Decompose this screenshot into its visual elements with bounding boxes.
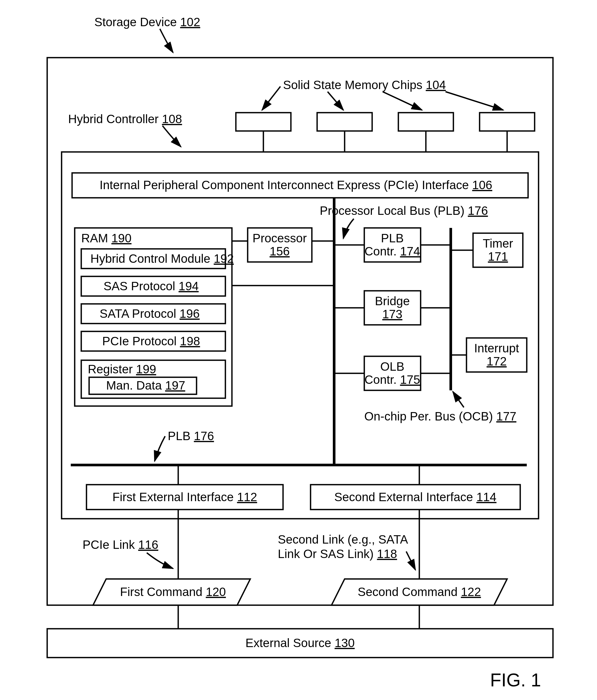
pcie-link-label: PCIe Link 116 [82,538,158,551]
second

-cmd-text: Second Command 122 [358,585,481,599]
plb-contr-text2: Contr. 174 [364,244,420,258]
figure-label: FIG. 1 [490,670,541,690]
chip-4 [480,112,534,131]
ssmc-label: Solid State Memory Chips 104 [283,78,446,92]
olb-contr-text1: OLB [380,360,404,373]
register-text: Register 199 [88,362,156,376]
plb2-label: PLB 176 [168,429,214,443]
first-ext-text: First External Interface 112 [113,490,257,504]
bridge-text: Bridge [375,294,410,308]
second-link-label2: Link Or SAS Link) 118 [278,547,397,560]
second-ext-text: Second External Interface 114 [334,490,497,504]
interrupt-ref: 172 [487,354,507,368]
plb-contr-text1: PLB [381,231,404,245]
pcie-interface-text: Internal Peripheral Component Interconne… [100,178,492,192]
sata-text: SATA Protocol 196 [100,307,200,320]
timer-ref: 171 [488,250,508,263]
ocb-label: On-chip Per. Bus (OCB) 177 [364,409,516,423]
processor-text: Processor [253,231,307,245]
first-cmd-text: First Command 120 [120,585,226,599]
mandata-text: Man. Data 197 [106,379,185,392]
plb-label: Processor Local Bus (PLB) 176 [320,204,488,218]
ext-src-text: External Source 130 [245,636,355,650]
storage-device-leader [160,29,173,52]
diagram-root: Storage Device 102 Solid State Memory Ch… [0,0,597,700]
ram-label: RAM 190 [81,231,132,245]
olb-contr-text2: Contr. 175 [364,373,420,386]
bridge-ref: 173 [382,307,403,321]
processor-ref: 156 [270,244,290,258]
storage-device-label: Storage Device 102 [94,15,200,29]
interrupt-text: Interrupt [474,341,519,355]
chip-3 [398,112,453,131]
timer-text: Timer [483,236,513,250]
second-link-label1: Second Link (e.g., SATA [278,532,408,546]
sas-text: SAS Protocol 194 [103,279,199,293]
chip-2 [317,112,372,131]
hybrid-controller-label: Hybrid Controller 108 [68,112,182,126]
chip-1 [236,112,291,131]
hcm-text: Hybrid Control Module 192 [90,252,234,266]
pcie-proto-text: PCIe Protocol 198 [102,334,200,348]
